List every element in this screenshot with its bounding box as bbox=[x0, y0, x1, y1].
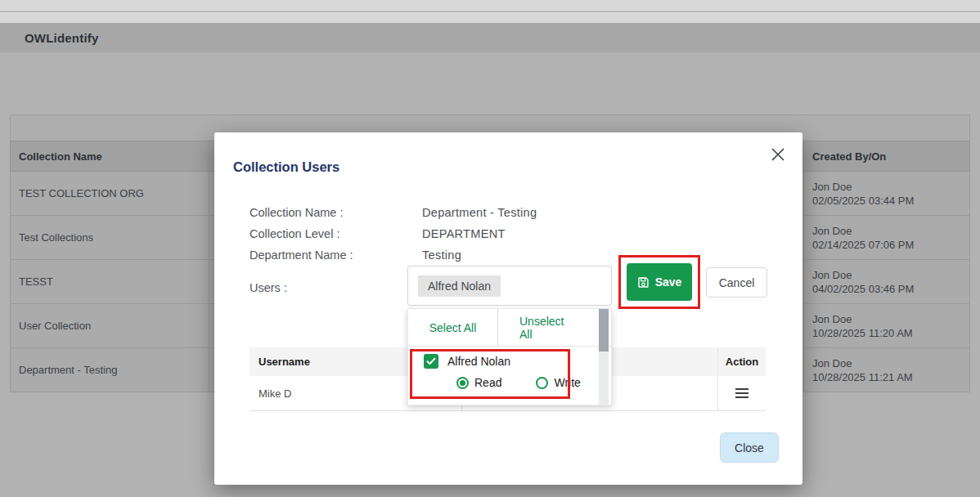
row-actions-menu-icon[interactable] bbox=[735, 388, 748, 398]
user-checkbox[interactable] bbox=[424, 354, 438, 369]
collection-name-header: Collection Name bbox=[11, 141, 209, 171]
user-option-label: Alfred Nolan bbox=[447, 355, 510, 368]
write-radio-unselected[interactable] bbox=[536, 377, 548, 389]
read-radio-selected[interactable] bbox=[456, 377, 469, 389]
close-icon[interactable] bbox=[769, 146, 787, 163]
cancel-button[interactable]: Cancel bbox=[706, 267, 767, 298]
collection-name-cell: Department - Testing bbox=[11, 348, 209, 392]
modal-title: Collection Users bbox=[233, 159, 339, 175]
save-button-label: Save bbox=[655, 275, 682, 289]
collection-name-cell: TESST bbox=[11, 260, 209, 303]
collection-users-modal: Collection Users Collection Name : Depar… bbox=[214, 132, 802, 485]
department-name-value: Testing bbox=[422, 248, 461, 262]
users-multiselect-input[interactable]: Alfred Nolan bbox=[407, 266, 612, 306]
collection-name-cell: User Collection bbox=[11, 304, 209, 347]
created-by-header: Created By/On bbox=[804, 141, 969, 171]
collection-name-cell: Test Collections bbox=[11, 216, 209, 259]
collection-level-value: DEPARTMENT bbox=[422, 227, 506, 240]
selected-user-chip[interactable]: Alfred Nolan bbox=[418, 275, 501, 297]
select-all-link[interactable]: Select All bbox=[408, 309, 498, 346]
created-by-cell: Jon Doe 02/05/2025 03:44 PM bbox=[804, 172, 969, 215]
save-button[interactable]: Save bbox=[627, 263, 692, 301]
users-label: Users : bbox=[249, 281, 287, 294]
scrollbar-thumb[interactable] bbox=[599, 309, 609, 351]
browser-top-strip bbox=[0, 0, 980, 11]
app-header-bar: OWLidentify bbox=[0, 23, 980, 52]
action-header: Action bbox=[718, 347, 766, 376]
created-by-cell: Jon Doe 10/28/2025 11:20 AM bbox=[804, 304, 969, 347]
department-name-label: Department Name : bbox=[249, 248, 353, 262]
collection-name-value: Department - Testing bbox=[422, 206, 537, 219]
read-permission-option[interactable]: Read bbox=[456, 376, 501, 389]
annotation-save-highlight: Save bbox=[618, 255, 700, 309]
user-option-row: Alfred Nolan Read Write bbox=[408, 347, 611, 389]
unselect-all-link[interactable]: Unselect All bbox=[498, 309, 611, 346]
created-by-cell: Jon Doe 02/14/2025 07:06 PM bbox=[804, 216, 969, 259]
collection-name-cell: TEST COLLECTION ORG bbox=[11, 172, 209, 215]
modal-close-button[interactable]: Close bbox=[720, 432, 779, 463]
page-top-strip bbox=[0, 12, 980, 23]
app-title: OWLidentify bbox=[25, 31, 99, 45]
created-by-cell: Jon Doe 04/02/2025 03:46 PM bbox=[804, 260, 969, 303]
users-dropdown: Select All Unselect All Alfred Nolan Rea… bbox=[407, 308, 612, 405]
write-permission-option[interactable]: Write bbox=[536, 376, 580, 389]
collection-level-label: Collection Level : bbox=[249, 227, 339, 240]
save-icon bbox=[637, 276, 650, 289]
collection-name-label: Collection Name : bbox=[249, 206, 343, 219]
dropdown-scrollbar[interactable] bbox=[599, 309, 609, 405]
created-by-cell: Jon Doe 10/28/2025 11:21 AM bbox=[804, 348, 969, 392]
dropdown-actions: Select All Unselect All bbox=[408, 309, 611, 347]
